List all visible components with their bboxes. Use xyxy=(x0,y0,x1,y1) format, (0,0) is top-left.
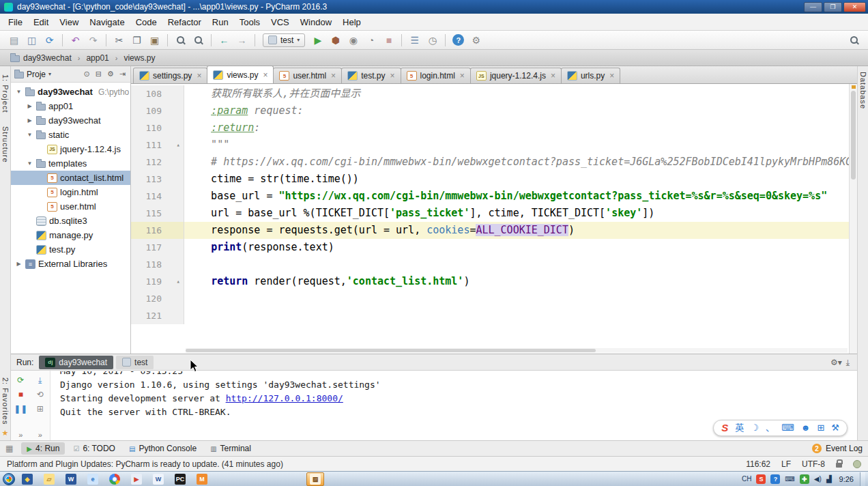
run-coverage-icon[interactable]: ◉ xyxy=(345,33,362,48)
punctuation-icon[interactable]: 、 xyxy=(766,420,775,436)
tree-expand-arrow[interactable]: ▼ xyxy=(26,160,33,167)
menu-run[interactable]: Run xyxy=(207,14,234,30)
breadcrumb-item[interactable]: day93wechat xyxy=(8,53,74,63)
taskbar-clock[interactable]: 9:26 xyxy=(839,475,854,483)
toolwindow-button-4-run[interactable]: ▶4: Run xyxy=(21,442,65,455)
toolwindow-button-6-todo[interactable]: ☑6: TODO xyxy=(68,442,121,455)
code-line[interactable]: 114 base_url = "https://wx.qq.com/cgi-bi… xyxy=(131,188,849,205)
inspections-indicator-icon[interactable] xyxy=(853,460,861,468)
menu-refactor[interactable]: Refactor xyxy=(162,14,207,30)
tree-item[interactable]: ▶≡External Libraries xyxy=(11,257,130,271)
code-line[interactable]: 109 :param request: xyxy=(131,102,849,119)
line-number[interactable]: 117 xyxy=(131,239,167,256)
network-icon[interactable]: ▟ xyxy=(826,475,832,483)
line-number[interactable]: 120 xyxy=(131,290,167,307)
status-message[interactable]: Platform and Plugin Updates: PyCharm is … xyxy=(7,459,735,469)
volume-icon[interactable]: ◀) xyxy=(814,475,822,483)
help-icon[interactable]: ? xyxy=(452,34,464,46)
fold-marker-icon[interactable]: ▴ xyxy=(177,273,180,290)
menu-help[interactable]: Help xyxy=(337,14,366,30)
browser-360-icon[interactable]: ◈ xyxy=(18,472,36,486)
line-number[interactable]: 108 xyxy=(131,85,167,102)
show-desktop-button[interactable] xyxy=(860,472,865,486)
tree-item[interactable]: ▼templates xyxy=(11,156,130,171)
line-number[interactable]: 118 xyxy=(131,256,167,273)
restore-layout-icon[interactable]: ⟲ xyxy=(37,390,44,399)
pause-output-icon[interactable]: ❚❚ xyxy=(14,405,27,413)
sogou-logo[interactable]: S xyxy=(721,420,728,436)
find-icon[interactable] xyxy=(172,33,189,48)
tree-item[interactable]: 5user.html xyxy=(11,199,130,214)
start-button[interactable] xyxy=(3,473,15,485)
code-line[interactable]: 117 print(response.text) xyxy=(131,239,849,256)
tree-item[interactable]: JSjquery-1.12.4.js xyxy=(11,142,130,156)
tree-expand-arrow[interactable]: ▶ xyxy=(26,117,33,124)
tree-item[interactable]: 5contact_list.html xyxy=(11,171,130,185)
undo-icon[interactable]: ↶ xyxy=(67,33,84,48)
tree-item[interactable]: manage.py xyxy=(11,228,130,242)
line-number[interactable]: 115 xyxy=(131,205,167,222)
safety-tray-icon[interactable]: ✚ xyxy=(800,474,809,484)
editor[interactable]: 108 获取所有联系人,并在页面中显示109 :param request:11… xyxy=(131,84,857,354)
wps-icon[interactable]: W xyxy=(149,472,167,486)
collapse-all-icon[interactable]: ⊟ xyxy=(94,70,103,78)
menu-file[interactable]: File xyxy=(3,14,28,30)
hscrollbar-thumb[interactable] xyxy=(186,349,596,352)
breadcrumb-item[interactable]: app01 xyxy=(84,53,111,63)
line-number[interactable]: 112 xyxy=(131,154,167,171)
tool-button--project[interactable]: 1: Project xyxy=(1,74,10,113)
cut-icon[interactable]: ✂ xyxy=(111,33,128,48)
menu-vcs[interactable]: VCS xyxy=(265,14,295,30)
tree-expand-arrow[interactable]: ▼ xyxy=(26,132,33,138)
code-line[interactable]: 112 # https://wx.qq.com/cgi-bin/mmwebwx-… xyxy=(131,154,849,171)
tree-item[interactable]: ▶app01 xyxy=(11,99,130,113)
editor-hscrollbar[interactable] xyxy=(186,348,848,353)
tree-item[interactable]: db.sqlite3 xyxy=(11,214,130,228)
more-chevron-icon[interactable]: » xyxy=(38,431,42,439)
tool-button-favorites[interactable]: 2: Favorites xyxy=(1,377,10,425)
menu-window[interactable]: Window xyxy=(295,14,337,30)
settings-gear-icon[interactable]: ⚙ xyxy=(106,70,115,78)
editor-scrollbar[interactable] xyxy=(849,84,857,354)
synchronize-icon[interactable]: ⟳ xyxy=(41,33,58,48)
toolwindow-button-terminal[interactable]: ▥Terminal xyxy=(205,442,257,455)
paste-icon[interactable]: ▣ xyxy=(146,33,163,48)
chrome-icon[interactable] xyxy=(106,472,124,486)
scrollbar-thumb[interactable] xyxy=(851,91,856,180)
code-line[interactable]: 115 url = base_url %(TICKET_DICT['pass_t… xyxy=(131,205,849,222)
search-everywhere-icon[interactable] xyxy=(845,33,863,48)
active-app-icon[interactable]: ▨ xyxy=(306,472,324,486)
event-log-button[interactable]: 2Event Log xyxy=(812,444,863,453)
view-options-icon[interactable]: ⊙ xyxy=(82,70,91,78)
wrench-icon[interactable]: ⚒ xyxy=(831,420,839,436)
code-line[interactable]: 121 xyxy=(131,307,849,324)
tree-expand-arrow[interactable]: ▶ xyxy=(15,261,23,267)
lang-mode-indicator[interactable]: 英 xyxy=(735,420,744,436)
tree-item[interactable]: ▼static xyxy=(11,128,130,142)
run-tab[interactable]: djday93wechat xyxy=(39,356,113,369)
plugin-icon[interactable]: ⚙ xyxy=(467,33,484,48)
pin-chevron-icon[interactable]: » xyxy=(18,431,23,439)
profile-icon[interactable]: ◔ xyxy=(362,33,379,48)
editor-tab[interactable]: settings.py× xyxy=(133,68,207,83)
toolwindow-switcher-icon[interactable]: ▦ xyxy=(5,444,13,453)
stop-icon[interactable]: ■ xyxy=(380,33,397,48)
scroll-to-end-icon[interactable]: ⤓ xyxy=(38,376,42,384)
close-tab-icon[interactable]: × xyxy=(460,71,465,81)
editor-tab[interactable]: urls.py× xyxy=(561,68,620,83)
code-line[interactable]: 113 ctime = str(time.time()) xyxy=(131,171,849,188)
line-number[interactable]: 109 xyxy=(131,102,167,119)
save-all-icon[interactable]: ◫ xyxy=(23,33,40,48)
close-tab-icon[interactable]: × xyxy=(390,71,394,81)
word-icon[interactable]: W xyxy=(62,472,80,486)
menu-navigate[interactable]: Navigate xyxy=(84,14,130,30)
user-icon[interactable]: ☻ xyxy=(801,420,811,436)
debug-icon[interactable]: ⬢ xyxy=(327,33,344,48)
menu-code[interactable]: Code xyxy=(130,14,162,30)
minimize-button[interactable]: — xyxy=(804,2,822,12)
copy-icon[interactable]: ❐ xyxy=(128,33,145,48)
menu-edit[interactable]: Edit xyxy=(28,14,54,30)
hide-panel-icon[interactable]: ⇥ xyxy=(118,70,127,78)
redo-icon[interactable]: ↷ xyxy=(85,33,102,48)
close-tab-icon[interactable]: × xyxy=(197,71,201,81)
